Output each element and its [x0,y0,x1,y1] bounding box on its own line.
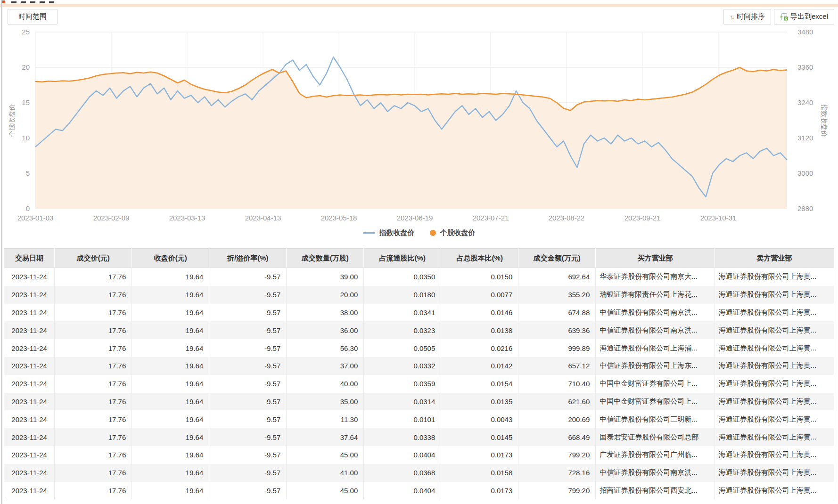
table-cell: 0.0154 [441,375,518,393]
svg-text:指数收盘价: 指数收盘价 [821,104,828,137]
table-cell: 海通证券股份有限公司上海黄... [715,268,834,286]
column-header-0: 交易日期 [4,249,55,268]
table-cell: -9.57 [209,357,287,375]
time-range-label: 时间范围 [18,12,47,21]
table-cell: 17.76 [55,357,132,375]
svg-text:10: 10 [22,134,30,142]
table-cell: 0.0323 [364,321,441,339]
table-cell: 17.76 [55,410,132,428]
table-cell: 692.64 [518,268,596,286]
svg-text:25: 25 [22,28,30,36]
table-cell: 17.76 [55,464,132,482]
table-cell: 19.64 [132,428,209,446]
table-cell: 19.64 [132,446,209,464]
svg-text:2023-03-13: 2023-03-13 [169,214,205,222]
table-cell: 0.0404 [364,482,441,500]
svg-text:5: 5 [26,169,30,177]
table-cell: 0.0350 [364,268,441,286]
table-row: 2023-11-2417.7619.64-9.5745.000.04040.01… [4,482,834,500]
toolbar: 时间范围 ↑↓ 时间排序 x 导出到excel [0,7,838,26]
table-cell: 海通证券股份有限公司上海黄... [715,339,834,357]
table-row: 2023-11-2417.7619.64-9.5745.000.04040.01… [4,446,834,464]
svg-text:3240: 3240 [797,98,813,106]
export-excel-label: 导出到excel [790,12,828,21]
column-header-7: 成交金额(万元) [518,249,596,268]
table-cell: 海通证券股份有限公司上海黄... [715,446,834,464]
table-cell: 招商证券股份有限公司西安北... [596,482,715,500]
legend-item-stock-close[interactable]: 个股收盘价 [430,228,476,237]
table-cell: 0.0216 [441,339,518,357]
export-excel-button[interactable]: x 导出到excel [774,9,834,24]
table-cell: 中信证券股份有限公司南京洪... [596,464,715,482]
table-cell: 0.0341 [364,304,441,322]
column-header-5: 占流通股比(%) [364,249,441,268]
table-cell: 0.0138 [441,321,518,339]
table-cell: 728.16 [518,464,596,482]
table-cell: 19.64 [132,339,209,357]
table-cell: -9.57 [209,321,287,339]
table-cell: 0.0077 [441,286,518,304]
table-cell: 19.64 [132,357,209,375]
table-cell: 海通证券股份有限公司上海黄... [715,393,834,411]
legend-item-index-close[interactable]: 指数收盘价 [363,228,415,237]
table-cell: -9.57 [209,286,287,304]
table-cell: 2023-11-24 [4,286,55,304]
table-row: 2023-11-2417.7619.64-9.5720.000.01800.00… [4,286,834,304]
table-cell: 2023-11-24 [4,393,55,411]
table-cell: 2023-11-24 [4,375,55,393]
table-cell: 2023-11-24 [4,410,55,428]
svg-text:x: x [785,16,787,20]
table-cell: 19.64 [132,482,209,500]
table-cell: 657.12 [518,357,596,375]
table-cell: 41.00 [287,464,364,482]
legend-label: 指数收盘价 [379,228,415,237]
svg-text:3480: 3480 [797,28,813,36]
table-cell: 海通证券股份有限公司上海黄... [715,410,834,428]
window-left-border [1,0,2,504]
table-cell: 2023-11-24 [4,304,55,322]
table-cell: 45.00 [287,482,364,500]
svg-text:2023-07-21: 2023-07-21 [473,214,509,222]
table-cell: 639.36 [518,321,596,339]
svg-text:2023-06-19: 2023-06-19 [397,214,433,222]
table-header: 交易日期成交价(元)收盘价(元)折/溢价率(%)成交数量(万股)占流通股比(%)… [4,249,834,268]
table-cell: 2023-11-24 [4,339,55,357]
orange-dot-marker-icon [430,230,436,236]
legend-label: 个股收盘价 [440,228,476,237]
svg-text:3120: 3120 [797,134,813,142]
column-header-6: 占总股本比(%) [441,249,518,268]
table-cell: 2023-11-24 [4,482,55,500]
table-cell: 17.76 [55,286,132,304]
table-cell: 海通证券股份有限公司上海黄... [715,357,834,375]
table-cell: 海通证券股份有限公司上海黄... [715,464,834,482]
column-header-4: 成交数量(万股) [287,249,364,268]
table-cell: 0.0359 [364,375,441,393]
table-cell: 海通证券股份有限公司上海黄... [715,286,834,304]
table-cell: 19.64 [132,410,209,428]
price-chart: 2023-01-032023-02-092023-03-132023-04-13… [0,26,838,241]
time-sort-button[interactable]: ↑↓ 时间排序 [723,9,771,24]
svg-text:2880: 2880 [797,204,813,212]
svg-text:2023-08-22: 2023-08-22 [549,214,585,222]
table-cell: 19.64 [132,304,209,322]
table-cell: 2023-11-24 [4,428,55,446]
table-cell: 17.76 [55,339,132,357]
table-body: 2023-11-2417.7619.64-9.5739.000.03500.01… [4,268,834,500]
table-cell: 19.64 [132,321,209,339]
table-cell: 瑞银证券有限责任公司上海花... [596,286,715,304]
table-cell: 674.88 [518,304,596,322]
table-cell: 中信证券股份有限公司三明新... [596,410,715,428]
table-cell: 19.64 [132,464,209,482]
table-row: 2023-11-2417.7619.64-9.5737.640.03380.01… [4,428,834,446]
svg-text:2023-09-21: 2023-09-21 [624,214,661,222]
table-cell: 0.0180 [364,286,441,304]
svg-text:2023-04-13: 2023-04-13 [245,214,281,222]
table-cell: 0.0173 [441,482,518,500]
table-cell: 中国中金财富证券有限公司上... [596,375,715,393]
table-cell: 17.76 [55,428,132,446]
svg-text:20: 20 [22,63,30,71]
cropped-section-title [0,0,838,4]
time-range-button[interactable]: 时间范围 [8,9,58,24]
column-header-8: 买方营业部 [596,249,715,268]
table-cell: -9.57 [209,410,287,428]
